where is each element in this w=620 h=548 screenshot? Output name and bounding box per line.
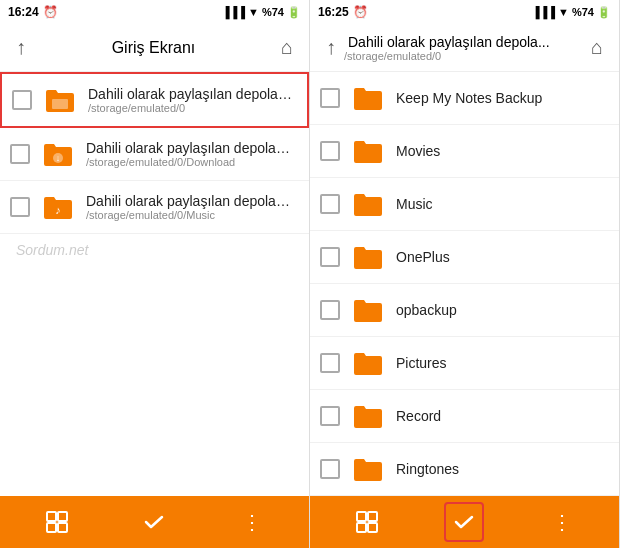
right-list-item-5[interactable]: Pictures: [310, 337, 619, 390]
right-wifi-icon: ▼: [558, 6, 569, 18]
right-select-all-button[interactable]: [347, 502, 387, 542]
svg-rect-10: [357, 523, 366, 532]
svg-text:↓: ↓: [56, 153, 61, 163]
right-header: ↑ Dahili olarak paylaşılan depola... /st…: [310, 24, 619, 72]
right-item-name-4: opbackup: [396, 302, 609, 318]
left-list-item-1[interactable]: Dahili olarak paylaşılan depolama alanı …: [0, 72, 309, 128]
left-home-button[interactable]: ⌂: [277, 32, 297, 63]
right-folder-icon-0: [350, 80, 386, 116]
right-item-text-3: OnePlus: [396, 249, 609, 265]
right-checkbox-3[interactable]: [320, 247, 340, 267]
right-checkbox-2[interactable]: [320, 194, 340, 214]
right-folder-icon-2: [350, 186, 386, 222]
left-checkbox-3[interactable]: [10, 197, 30, 217]
left-item-text-3: Dahili olarak paylaşılan depolama alanı.…: [86, 193, 299, 221]
svg-rect-7: [58, 523, 67, 532]
right-more-button[interactable]: ⋮: [542, 502, 582, 542]
right-content: Keep My Notes Backup Movies Music OnePlu…: [310, 72, 619, 496]
right-item-text-7: Ringtones: [396, 461, 609, 477]
right-item-name-2: Music: [396, 196, 609, 212]
right-folder-icon-1: [350, 133, 386, 169]
right-back-button[interactable]: ↑: [322, 32, 340, 63]
left-back-button[interactable]: ↑: [12, 32, 30, 63]
right-panel: 16:25 ⏰ ▐▐▐ ▼ %74 🔋 ↑ Dahili olarak payl…: [310, 0, 620, 548]
right-home-button[interactable]: ⌂: [587, 32, 607, 63]
right-folder-icon-7: [350, 451, 386, 487]
left-item-name-2: Dahili olarak paylaşılan depolama alanı.…: [86, 140, 299, 156]
right-checkbox-4[interactable]: [320, 300, 340, 320]
left-checkbox-1[interactable]: [12, 90, 32, 110]
right-checkbox-0[interactable]: [320, 88, 340, 108]
right-list-item-6[interactable]: Record: [310, 390, 619, 443]
right-item-name-7: Ringtones: [396, 461, 609, 477]
left-content: Dahili olarak paylaşılan depolama alanı …: [0, 72, 309, 496]
left-list-item-2[interactable]: ↓ Dahili olarak paylaşılan depolama alan…: [0, 128, 309, 181]
left-folder-icon-1: [42, 82, 78, 118]
left-check-button[interactable]: [134, 502, 174, 542]
right-list-item-7[interactable]: Ringtones: [310, 443, 619, 496]
left-item-name-3: Dahili olarak paylaşılan depolama alanı.…: [86, 193, 299, 209]
left-item-path-1: /storage/emulated/0: [88, 102, 297, 114]
right-list-item-3[interactable]: OnePlus: [310, 231, 619, 284]
left-battery-icon: 🔋: [287, 6, 301, 19]
left-alarm-icon: ⏰: [43, 5, 58, 19]
right-list-item-1[interactable]: Movies: [310, 125, 619, 178]
svg-rect-4: [47, 512, 56, 521]
svg-rect-8: [357, 512, 366, 521]
right-header-subtitle: /storage/emulated/0: [344, 50, 587, 62]
left-header-title: Giriş Ekranı: [30, 39, 277, 57]
right-battery-icon: 🔋: [597, 6, 611, 19]
left-signal-icon: ▐▐▐: [222, 6, 245, 18]
left-battery-text: %74: [262, 6, 284, 18]
svg-rect-0: [52, 99, 68, 109]
right-item-name-3: OnePlus: [396, 249, 609, 265]
left-item-name-1: Dahili olarak paylaşılan depolama alanı: [88, 86, 297, 102]
right-checkbox-5[interactable]: [320, 353, 340, 373]
svg-rect-9: [368, 512, 377, 521]
right-checkbox-6[interactable]: [320, 406, 340, 426]
right-status-bar: 16:25 ⏰ ▐▐▐ ▼ %74 🔋: [310, 0, 619, 24]
right-folder-icon-6: [350, 398, 386, 434]
right-folder-icon-3: [350, 239, 386, 275]
right-item-name-6: Record: [396, 408, 609, 424]
right-item-text-5: Pictures: [396, 355, 609, 371]
svg-rect-11: [368, 523, 377, 532]
watermark: Sordum.net: [0, 234, 309, 266]
right-list-item-0[interactable]: Keep My Notes Backup: [310, 72, 619, 125]
svg-rect-5: [58, 512, 67, 521]
right-item-name-1: Movies: [396, 143, 609, 159]
right-bottom-bar: ⋮: [310, 496, 619, 548]
left-checkbox-2[interactable]: [10, 144, 30, 164]
left-more-button[interactable]: ⋮: [232, 502, 272, 542]
left-panel: 16:24 ⏰ ▐▐▐ ▼ %74 🔋 ↑ Giriş Ekranı ⌂: [0, 0, 310, 548]
right-list-item-4[interactable]: opbackup: [310, 284, 619, 337]
right-checkbox-1[interactable]: [320, 141, 340, 161]
right-item-text-1: Movies: [396, 143, 609, 159]
right-checkbox-7[interactable]: [320, 459, 340, 479]
svg-rect-6: [47, 523, 56, 532]
left-folder-icon-3: ♪: [40, 189, 76, 225]
left-folder-icon-2: ↓: [40, 136, 76, 172]
right-item-name-5: Pictures: [396, 355, 609, 371]
right-header-title: Dahili olarak paylaşılan depola...: [348, 34, 587, 50]
right-item-text-2: Music: [396, 196, 609, 212]
right-time: 16:25: [318, 5, 349, 19]
left-time: 16:24: [8, 5, 39, 19]
left-item-path-2: /storage/emulated/0/Download: [86, 156, 299, 168]
right-check-button[interactable]: [444, 502, 484, 542]
right-folder-icon-5: [350, 345, 386, 381]
right-folder-icon-4: [350, 292, 386, 328]
left-list-item-3[interactable]: ♪ Dahili olarak paylaşılan depolama alan…: [0, 181, 309, 234]
left-wifi-icon: ▼: [248, 6, 259, 18]
right-item-text-0: Keep My Notes Backup: [396, 90, 609, 106]
left-item-text-2: Dahili olarak paylaşılan depolama alanı.…: [86, 140, 299, 168]
right-item-text-6: Record: [396, 408, 609, 424]
right-battery-text: %74: [572, 6, 594, 18]
left-select-all-button[interactable]: [37, 502, 77, 542]
left-status-bar: 16:24 ⏰ ▐▐▐ ▼ %74 🔋: [0, 0, 309, 24]
right-signal-icon: ▐▐▐: [532, 6, 555, 18]
right-item-name-0: Keep My Notes Backup: [396, 90, 609, 106]
right-list-item-2[interactable]: Music: [310, 178, 619, 231]
right-alarm-icon: ⏰: [353, 5, 368, 19]
left-item-path-3: /storage/emulated/0/Music: [86, 209, 299, 221]
